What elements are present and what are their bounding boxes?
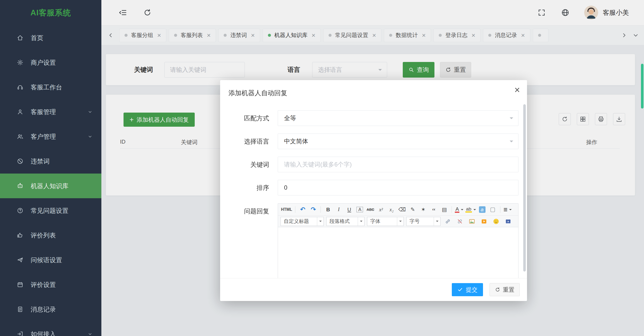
sort-input[interactable] [278,180,518,195]
paragraph-select-value: 段落格式 [327,218,358,225]
modal-title: 添加机器人自动回复 [228,89,287,97]
match-type-select[interactable]: 全等 [278,110,518,126]
subscript-button[interactable]: x₂ [386,205,397,214]
font-color-button[interactable]: A [454,205,464,214]
image-icon[interactable] [467,217,477,226]
submit-button[interactable]: 提交 [452,283,483,296]
bold-button[interactable]: B [323,205,333,214]
paste-button[interactable]: ▤ [439,205,450,214]
modal-footer: 提交 重置 [220,278,527,301]
check-icon [457,287,463,292]
font-family-select[interactable]: 字体 [367,217,404,226]
toolbar-separator [452,206,452,213]
heading-select[interactable]: 自定义标题 [280,217,324,226]
modal-reset-button-label: 重置 [503,286,514,294]
paragraph-format-select[interactable]: 段落格式 [326,217,365,226]
list-button[interactable]: ≣ [502,205,513,214]
modal-keyword-input[interactable] [278,157,518,172]
chevron-down-icon [510,117,513,121]
submit-button-label: 提交 [466,286,477,294]
flash-media-icon[interactable] [479,217,489,226]
editor-toolbar-row2: 自定义标题 段落格式 字体 字号 [278,216,518,227]
superscript-button[interactable]: x² [376,205,386,214]
toolbar-separator [295,206,295,213]
sort-label: 排序 [220,184,269,192]
chevron-down-icon [510,141,513,144]
match-type-value: 全等 [284,114,296,122]
reset-refresh-icon [495,287,500,292]
font-style-button[interactable]: A [354,205,365,214]
source-code-button[interactable]: HTML [280,205,293,214]
chevron-down-icon [397,217,404,226]
match-type-row: 匹配方式 全等 [220,110,527,126]
font-size-select-value: 字号 [407,218,434,225]
modal-language-value: 中文简体 [284,137,308,145]
toolbar-separator [320,206,321,213]
format-brush-button[interactable]: ✎ [407,205,418,214]
new-page-button[interactable]: ▢ [488,205,498,214]
highlight-color-button[interactable]: ab [464,205,477,214]
underline-button[interactable]: U [344,205,354,214]
match-type-label: 匹配方式 [220,114,269,122]
window-scrollbar-thumb[interactable] [641,64,643,109]
undo-button[interactable]: ↶ [297,205,308,214]
link-icon[interactable] [443,217,453,226]
italic-button[interactable]: I [333,205,344,214]
modal-close-icon[interactable]: × [514,85,520,95]
modal-keyword-label: 关键词 [220,160,269,169]
video-media-icon[interactable] [503,217,513,226]
heading-select-value: 自定义标题 [281,218,317,225]
modal-keyword-row: 关键词 [220,157,527,172]
emoji-icon[interactable] [491,217,501,226]
rich-text-editor: HTML ↶ ↷ B I U A ABC x² x₂ ⌫ ✎ ✶ “ ▤ A a… [278,203,518,278]
chevron-down-icon [358,217,364,226]
modal-language-select[interactable]: 中文简体 [278,133,518,149]
chevron-down-icon [317,217,324,226]
remove-format-button[interactable]: ⌫ [397,205,407,214]
window-scrollbar [640,0,644,336]
anchor-button[interactable]: a [477,205,488,214]
auto-format-button[interactable]: ✶ [418,205,428,214]
language-row: 选择语言 中文简体 [220,133,527,149]
sort-row: 排序 [220,180,527,195]
redo-button[interactable]: ↷ [308,205,318,214]
font-select-value: 字体 [367,218,397,225]
toolbar-separator [500,206,500,213]
unlink-icon[interactable] [455,217,465,226]
strikethrough-button[interactable]: ABC [365,205,376,214]
modal-scrollbar-thumb[interactable] [523,104,526,272]
modal-language-label: 选择语言 [220,137,269,146]
modal-reset-button[interactable]: 重置 [490,283,520,296]
reply-label: 问题回复 [220,207,269,215]
quote-button[interactable]: “ [428,205,439,214]
add-robot-reply-modal: 添加机器人自动回复 × 匹配方式 全等 选择语言 中文简体 关键词 排序 问题回… [220,80,527,301]
font-size-select[interactable]: 字号 [406,217,440,226]
editor-content[interactable] [278,227,518,278]
chevron-down-icon [434,217,440,226]
editor-toolbar-row1: HTML ↶ ↷ B I U A ABC x² x₂ ⌫ ✎ ✶ “ ▤ A a… [278,204,518,216]
